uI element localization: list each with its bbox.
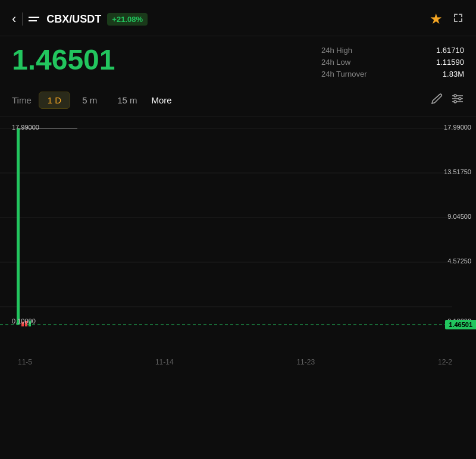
timeframe-15m-button[interactable]: 15 m [109,92,145,108]
change-badge: +21.08% [107,13,148,26]
price-chart [0,117,476,354]
draw-tool-icon[interactable] [431,93,443,108]
stats-table: 24h High 1.61710 24h Low 1.11590 24h Tur… [321,46,464,78]
chart-tools [431,92,464,108]
svg-point-5 [454,100,456,103]
header-divider [22,12,23,26]
stat-row-turnover: 24h Turnover 1.83M [321,70,464,78]
pair-label: CBX/USDT [46,13,101,26]
favorite-icon[interactable]: ★ [430,11,443,27]
chart-price-label-r4: 4.57250 [447,257,471,265]
chart-area: 17.99000 0.10000 17.99000 13.51750 9.045… [0,117,476,354]
expand-icon[interactable] [452,12,464,27]
low-label: 24h Low [321,58,350,67]
x-axis: 11-5 11-14 11-23 12-2 [0,354,476,366]
price-section: 1.46501 24h High 1.61710 24h Low 1.11590… [0,36,476,84]
current-price-tag: 1.46501 [445,320,476,329]
timeframe-5m-button[interactable]: 5 m [74,92,105,108]
stat-row-low: 24h Low 1.11590 [321,58,464,67]
header: ‹ CBX/USDT +21.08% ★ [0,0,476,36]
high-label: 24h High [321,46,352,55]
high-value: 1.61710 [436,46,464,55]
svg-point-4 [459,98,461,100]
chart-price-label-r2: 13.51750 [444,168,471,175]
settings-icon[interactable] [451,92,464,108]
svg-rect-12 [17,128,20,325]
header-right: ★ [430,11,464,27]
time-label: Time [12,95,32,105]
x-label-1: 11-5 [18,358,32,366]
turnover-label: 24h Turnover [321,70,367,78]
stat-row-high: 24h High 1.61710 [321,46,464,55]
chart-price-label-low-left: 0.10000 [12,317,36,325]
chart-price-label-r3: 9.04500 [447,213,471,220]
more-button[interactable]: More [152,95,172,105]
chart-price-label-r1: 17.99000 [444,124,471,131]
back-button[interactable]: ‹ [12,12,16,26]
menu-icon[interactable] [29,17,39,21]
time-selector: Time 1 D 5 m 15 m More [0,84,476,117]
turnover-value: 1.83M [443,70,464,78]
chart-price-label-high-left: 17.99000 [12,124,39,131]
timeframe-1d-button[interactable]: 1 D [39,92,70,109]
x-label-2: 11-14 [155,358,174,366]
x-label-3: 11-23 [296,358,315,366]
x-label-4: 12-2 [438,358,452,366]
current-price: 1.46501 [12,46,115,74]
low-value: 1.11590 [436,58,464,67]
svg-point-3 [454,95,456,97]
